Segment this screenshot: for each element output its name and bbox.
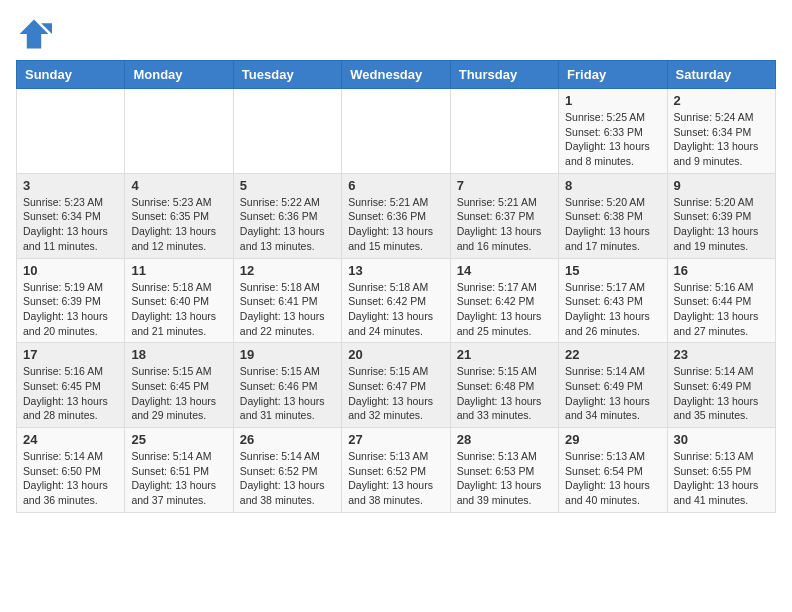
logo-icon — [16, 16, 52, 52]
calendar-cell: 22Sunrise: 5:14 AM Sunset: 6:49 PM Dayli… — [559, 343, 667, 428]
calendar-table: SundayMondayTuesdayWednesdayThursdayFrid… — [16, 60, 776, 513]
day-number: 19 — [240, 347, 335, 362]
day-number: 14 — [457, 263, 552, 278]
calendar-cell: 20Sunrise: 5:15 AM Sunset: 6:47 PM Dayli… — [342, 343, 450, 428]
day-number: 11 — [131, 263, 226, 278]
week-row-1: 3Sunrise: 5:23 AM Sunset: 6:34 PM Daylig… — [17, 173, 776, 258]
day-number: 9 — [674, 178, 769, 193]
day-info: Sunrise: 5:18 AM Sunset: 6:40 PM Dayligh… — [131, 280, 226, 339]
logo — [16, 16, 56, 52]
calendar-cell: 28Sunrise: 5:13 AM Sunset: 6:53 PM Dayli… — [450, 428, 558, 513]
calendar-cell: 16Sunrise: 5:16 AM Sunset: 6:44 PM Dayli… — [667, 258, 775, 343]
calendar-cell: 25Sunrise: 5:14 AM Sunset: 6:51 PM Dayli… — [125, 428, 233, 513]
calendar-cell: 15Sunrise: 5:17 AM Sunset: 6:43 PM Dayli… — [559, 258, 667, 343]
day-number: 18 — [131, 347, 226, 362]
day-info: Sunrise: 5:23 AM Sunset: 6:34 PM Dayligh… — [23, 195, 118, 254]
day-number: 12 — [240, 263, 335, 278]
day-info: Sunrise: 5:25 AM Sunset: 6:33 PM Dayligh… — [565, 110, 660, 169]
day-number: 16 — [674, 263, 769, 278]
day-number: 6 — [348, 178, 443, 193]
day-info: Sunrise: 5:21 AM Sunset: 6:37 PM Dayligh… — [457, 195, 552, 254]
calendar-cell — [450, 89, 558, 174]
week-row-4: 24Sunrise: 5:14 AM Sunset: 6:50 PM Dayli… — [17, 428, 776, 513]
day-info: Sunrise: 5:24 AM Sunset: 6:34 PM Dayligh… — [674, 110, 769, 169]
day-number: 26 — [240, 432, 335, 447]
calendar-cell: 21Sunrise: 5:15 AM Sunset: 6:48 PM Dayli… — [450, 343, 558, 428]
calendar-cell: 8Sunrise: 5:20 AM Sunset: 6:38 PM Daylig… — [559, 173, 667, 258]
day-number: 23 — [674, 347, 769, 362]
calendar-cell: 30Sunrise: 5:13 AM Sunset: 6:55 PM Dayli… — [667, 428, 775, 513]
calendar-cell: 18Sunrise: 5:15 AM Sunset: 6:45 PM Dayli… — [125, 343, 233, 428]
calendar-cell — [342, 89, 450, 174]
calendar-cell — [17, 89, 125, 174]
day-info: Sunrise: 5:13 AM Sunset: 6:55 PM Dayligh… — [674, 449, 769, 508]
day-number: 25 — [131, 432, 226, 447]
day-info: Sunrise: 5:15 AM Sunset: 6:47 PM Dayligh… — [348, 364, 443, 423]
day-info: Sunrise: 5:14 AM Sunset: 6:50 PM Dayligh… — [23, 449, 118, 508]
calendar-cell: 14Sunrise: 5:17 AM Sunset: 6:42 PM Dayli… — [450, 258, 558, 343]
day-info: Sunrise: 5:23 AM Sunset: 6:35 PM Dayligh… — [131, 195, 226, 254]
day-info: Sunrise: 5:17 AM Sunset: 6:43 PM Dayligh… — [565, 280, 660, 339]
calendar-cell: 1Sunrise: 5:25 AM Sunset: 6:33 PM Daylig… — [559, 89, 667, 174]
calendar-cell — [125, 89, 233, 174]
day-number: 28 — [457, 432, 552, 447]
calendar-cell: 2Sunrise: 5:24 AM Sunset: 6:34 PM Daylig… — [667, 89, 775, 174]
day-info: Sunrise: 5:14 AM Sunset: 6:52 PM Dayligh… — [240, 449, 335, 508]
day-number: 8 — [565, 178, 660, 193]
calendar-cell: 19Sunrise: 5:15 AM Sunset: 6:46 PM Dayli… — [233, 343, 341, 428]
day-number: 3 — [23, 178, 118, 193]
week-row-0: 1Sunrise: 5:25 AM Sunset: 6:33 PM Daylig… — [17, 89, 776, 174]
day-info: Sunrise: 5:15 AM Sunset: 6:46 PM Dayligh… — [240, 364, 335, 423]
page-header — [16, 16, 776, 52]
calendar-cell: 17Sunrise: 5:16 AM Sunset: 6:45 PM Dayli… — [17, 343, 125, 428]
weekday-header-thursday: Thursday — [450, 61, 558, 89]
calendar-cell: 24Sunrise: 5:14 AM Sunset: 6:50 PM Dayli… — [17, 428, 125, 513]
weekday-header-sunday: Sunday — [17, 61, 125, 89]
day-number: 21 — [457, 347, 552, 362]
calendar-cell: 7Sunrise: 5:21 AM Sunset: 6:37 PM Daylig… — [450, 173, 558, 258]
day-info: Sunrise: 5:20 AM Sunset: 6:38 PM Dayligh… — [565, 195, 660, 254]
day-info: Sunrise: 5:17 AM Sunset: 6:42 PM Dayligh… — [457, 280, 552, 339]
calendar-cell: 29Sunrise: 5:13 AM Sunset: 6:54 PM Dayli… — [559, 428, 667, 513]
day-info: Sunrise: 5:19 AM Sunset: 6:39 PM Dayligh… — [23, 280, 118, 339]
day-info: Sunrise: 5:21 AM Sunset: 6:36 PM Dayligh… — [348, 195, 443, 254]
calendar-cell: 12Sunrise: 5:18 AM Sunset: 6:41 PM Dayli… — [233, 258, 341, 343]
day-number: 4 — [131, 178, 226, 193]
calendar-cell: 11Sunrise: 5:18 AM Sunset: 6:40 PM Dayli… — [125, 258, 233, 343]
day-number: 22 — [565, 347, 660, 362]
weekday-header-monday: Monday — [125, 61, 233, 89]
day-number: 10 — [23, 263, 118, 278]
day-number: 24 — [23, 432, 118, 447]
day-info: Sunrise: 5:14 AM Sunset: 6:49 PM Dayligh… — [674, 364, 769, 423]
calendar-cell: 9Sunrise: 5:20 AM Sunset: 6:39 PM Daylig… — [667, 173, 775, 258]
day-info: Sunrise: 5:13 AM Sunset: 6:53 PM Dayligh… — [457, 449, 552, 508]
calendar-cell: 4Sunrise: 5:23 AM Sunset: 6:35 PM Daylig… — [125, 173, 233, 258]
day-number: 17 — [23, 347, 118, 362]
day-number: 15 — [565, 263, 660, 278]
calendar-cell: 10Sunrise: 5:19 AM Sunset: 6:39 PM Dayli… — [17, 258, 125, 343]
day-info: Sunrise: 5:14 AM Sunset: 6:49 PM Dayligh… — [565, 364, 660, 423]
day-number: 29 — [565, 432, 660, 447]
day-info: Sunrise: 5:13 AM Sunset: 6:52 PM Dayligh… — [348, 449, 443, 508]
weekday-header-wednesday: Wednesday — [342, 61, 450, 89]
day-number: 5 — [240, 178, 335, 193]
day-info: Sunrise: 5:16 AM Sunset: 6:45 PM Dayligh… — [23, 364, 118, 423]
day-number: 2 — [674, 93, 769, 108]
calendar-cell: 5Sunrise: 5:22 AM Sunset: 6:36 PM Daylig… — [233, 173, 341, 258]
day-number: 13 — [348, 263, 443, 278]
day-info: Sunrise: 5:15 AM Sunset: 6:45 PM Dayligh… — [131, 364, 226, 423]
calendar-cell: 13Sunrise: 5:18 AM Sunset: 6:42 PM Dayli… — [342, 258, 450, 343]
day-info: Sunrise: 5:15 AM Sunset: 6:48 PM Dayligh… — [457, 364, 552, 423]
day-number: 1 — [565, 93, 660, 108]
calendar-cell: 26Sunrise: 5:14 AM Sunset: 6:52 PM Dayli… — [233, 428, 341, 513]
day-info: Sunrise: 5:20 AM Sunset: 6:39 PM Dayligh… — [674, 195, 769, 254]
calendar-cell: 23Sunrise: 5:14 AM Sunset: 6:49 PM Dayli… — [667, 343, 775, 428]
calendar-cell: 6Sunrise: 5:21 AM Sunset: 6:36 PM Daylig… — [342, 173, 450, 258]
calendar-cell: 27Sunrise: 5:13 AM Sunset: 6:52 PM Dayli… — [342, 428, 450, 513]
weekday-header-friday: Friday — [559, 61, 667, 89]
calendar-cell: 3Sunrise: 5:23 AM Sunset: 6:34 PM Daylig… — [17, 173, 125, 258]
day-info: Sunrise: 5:22 AM Sunset: 6:36 PM Dayligh… — [240, 195, 335, 254]
weekday-header-row: SundayMondayTuesdayWednesdayThursdayFrid… — [17, 61, 776, 89]
week-row-2: 10Sunrise: 5:19 AM Sunset: 6:39 PM Dayli… — [17, 258, 776, 343]
weekday-header-saturday: Saturday — [667, 61, 775, 89]
